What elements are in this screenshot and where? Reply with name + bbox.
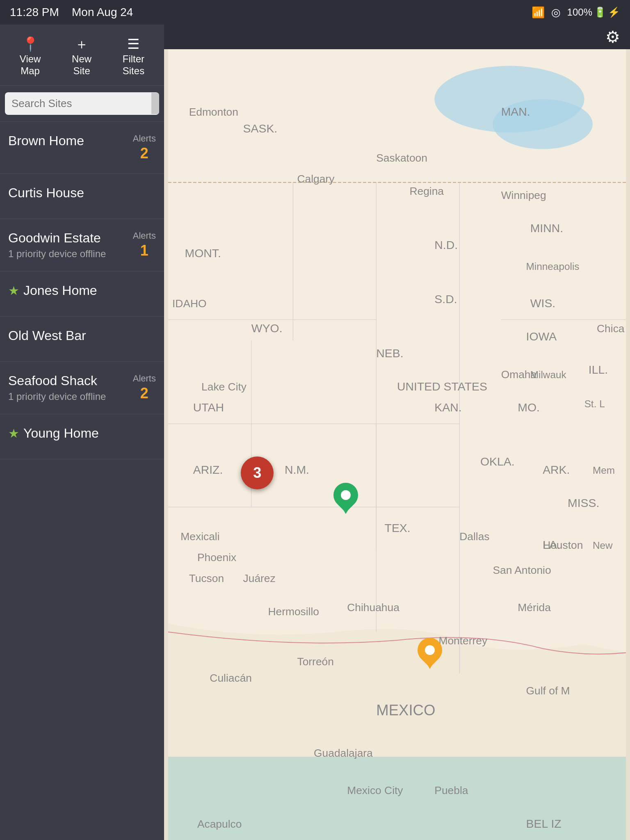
site-item-young-home[interactable]: ★Young Home [0,414,164,459]
alerts-label-seafood-shack: Alerts [133,373,156,384]
new-site-button[interactable]: ＋ NewSite [72,37,91,77]
search-icon [159,98,159,109]
alerts-count-brown-home: 2 [140,145,148,162]
svg-text:NEB.: NEB. [376,347,403,360]
site-item-jones-home[interactable]: ★Jones Home [0,272,164,317]
svg-text:N.D.: N.D. [434,238,458,251]
plus-icon: ＋ [75,37,89,51]
svg-text:Torreón: Torreón [297,655,333,668]
svg-text:Regina: Regina [409,185,444,197]
svg-text:UTAH: UTAH [193,401,224,414]
battery-percent: 100% [567,7,592,18]
svg-text:Mexicali: Mexicali [180,530,219,543]
status-time-date: 11:28 PM Mon Aug 24 [10,6,133,19]
pin-head-yellow [412,632,447,667]
cluster-count: 3 [241,457,274,489]
svg-text:Winnipeg: Winnipeg [501,189,546,201]
filter-icon: ☰ [127,37,139,51]
toolbar: 📍 ViewMap ＋ NewSite ☰ FilterSites [0,25,164,86]
svg-text:SASK.: SASK. [243,122,278,135]
svg-text:San Antonio: San Antonio [493,564,551,576]
site-name-goodwin-estate: Goodwin Estate [8,231,106,246]
site-info-seafood-shack: Seafood Shack1 priority device offline [8,373,106,402]
site-info-young-home: ★Young Home [8,426,99,441]
battery-icon: 🔋 [594,7,606,18]
svg-text:MO.: MO. [518,401,540,414]
site-name-young-home: ★Young Home [8,426,99,441]
svg-text:Tucson: Tucson [189,572,224,584]
map-header: ⚙ [164,25,630,49]
svg-text:IOWA: IOWA [526,330,557,343]
site-info-jones-home: ★Jones Home [8,283,97,298]
site-name-old-west-bar: Old West Bar [8,328,86,343]
svg-text:ILL.: ILL. [589,363,608,376]
svg-text:Monterrey: Monterrey [438,635,488,647]
status-time: 11:28 PM [10,6,59,18]
alerts-count-goodwin-estate: 1 [140,242,148,259]
alerts-badge-brown-home: Alerts2 [133,133,156,162]
filter-sites-button[interactable]: ☰ FilterSites [123,37,144,77]
site-name-jones-home: ★Jones Home [8,283,97,298]
site-info-curtis-house: Curtis House [8,185,84,201]
svg-text:WIS.: WIS. [530,297,556,310]
svg-text:Dallas: Dallas [459,530,489,543]
svg-text:New: New [593,540,613,551]
pin-inner-green [341,490,351,500]
filter-sites-label: FilterSites [123,53,144,77]
alerts-count-seafood-shack: 2 [140,385,148,402]
site-item-goodwin-estate[interactable]: Goodwin Estate1 priority device offlineA… [0,219,164,272]
star-icon: ★ [8,426,19,441]
yellow-pin[interactable] [418,638,442,669]
site-item-curtis-house[interactable]: Curtis House [0,174,164,219]
status-icons: 📶 ◎ 100% 🔋 ⚡ [532,6,620,19]
svg-text:Houston: Houston [543,539,583,551]
search-button[interactable] [151,93,159,114]
star-icon: ★ [8,283,19,298]
site-list: Brown HomeAlerts2Curtis HouseGoodwin Est… [0,122,164,840]
alerts-label-brown-home: Alerts [133,133,156,144]
svg-text:MISS.: MISS. [568,496,599,509]
charging-icon: ⚡ [608,7,620,18]
svg-text:Acapulco: Acapulco [197,818,242,830]
alerts-label-goodwin-estate: Alerts [133,231,156,241]
search-bar [0,86,164,122]
svg-text:Culiacán: Culiacán [210,672,252,684]
svg-text:KAN.: KAN. [434,401,461,414]
search-input[interactable] [5,92,151,115]
svg-text:MINN.: MINN. [530,221,563,235]
svg-text:Phoenix: Phoenix [197,551,236,564]
svg-text:Mem: Mem [593,465,615,476]
svg-text:Chihuahua: Chihuahua [347,601,399,614]
svg-text:Minneapolis: Minneapolis [526,261,580,272]
svg-text:S.D.: S.D. [434,292,457,306]
main-layout: 📍 ViewMap ＋ NewSite ☰ FilterSites [0,25,630,840]
site-info-goodwin-estate: Goodwin Estate1 priority device offline [8,231,106,260]
site-item-old-west-bar[interactable]: Old West Bar [0,317,164,362]
map-area[interactable]: ⚙ [164,25,630,840]
svg-text:Gulf of M: Gulf of M [526,685,570,697]
site-name-seafood-shack: Seafood Shack [8,373,106,388]
svg-text:Saskatoon: Saskatoon [376,152,427,164]
alerts-badge-goodwin-estate: Alerts1 [133,231,156,259]
view-map-button[interactable]: 📍 ViewMap [20,37,41,77]
site-item-seafood-shack[interactable]: Seafood Shack1 priority device offlineAl… [0,362,164,414]
site-subtitle-seafood-shack: 1 priority device offline [8,391,106,402]
svg-text:Juárez: Juárez [243,572,276,584]
cluster-pin[interactable]: 3 [241,457,274,489]
new-site-label: NewSite [72,53,91,77]
svg-text:Chica: Chica [597,322,625,335]
svg-text:N.M.: N.M. [285,463,309,476]
location-icon: ◎ [551,6,561,19]
settings-button[interactable]: ⚙ [605,27,620,46]
green-pin[interactable] [333,483,358,514]
alerts-badge-seafood-shack: Alerts2 [133,373,156,402]
svg-text:Hermosillo: Hermosillo [268,605,319,618]
site-item-brown-home[interactable]: Brown HomeAlerts2 [0,122,164,174]
svg-text:Guadalajara: Guadalajara [314,747,373,759]
svg-text:Puebla: Puebla [434,784,468,797]
svg-text:MEXICO: MEXICO [376,702,435,719]
map-svg: SASK. MAN. Edmonton Saskatoon Calgary Re… [164,49,630,840]
status-date: Mon Aug 24 [72,6,133,18]
svg-text:ARIZ.: ARIZ. [193,463,223,476]
gear-icon: ⚙ [605,28,620,46]
